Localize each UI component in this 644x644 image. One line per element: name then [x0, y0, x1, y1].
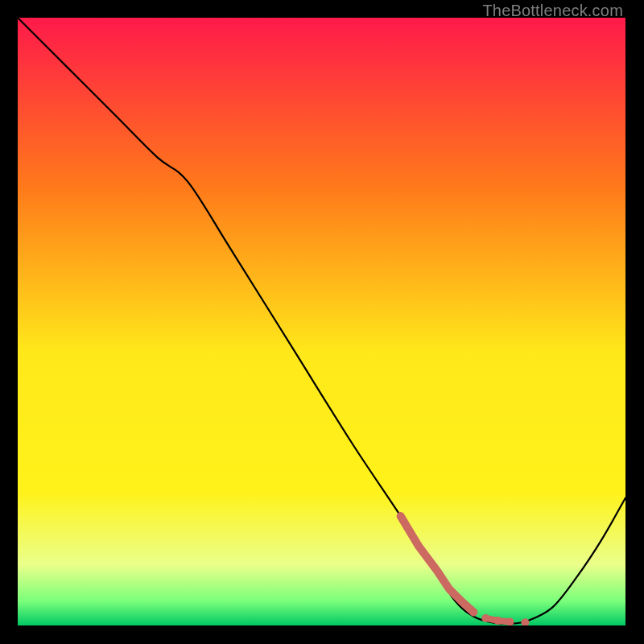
watermark-text: TheBottleneck.com [482, 2, 623, 20]
chart-frame [18, 18, 625, 625]
highlight-dot [506, 617, 514, 625]
highlight-dot [469, 608, 477, 616]
chart-canvas [18, 18, 625, 625]
